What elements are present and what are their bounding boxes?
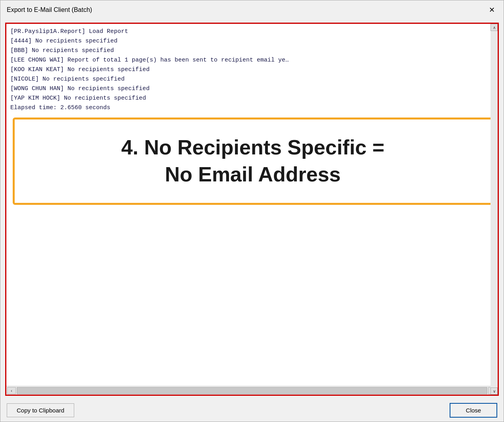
dialog-footer: Copy to Clipboard Close [0, 399, 504, 422]
annotation-box: 4. No Recipients Specific = No Email Add… [13, 118, 493, 205]
dialog-window: Export to E-Mail Client (Batch) ✕ [PR.Pa… [0, 0, 504, 422]
log-line: [4444] No recipients specified [10, 37, 495, 46]
log-line: [BBB] No recipients specified [10, 46, 495, 56]
annotation-text: 4. No Recipients Specific = No Email Add… [121, 134, 384, 188]
scroll-up-button[interactable]: ∧ [491, 24, 498, 31]
scroll-v-track[interactable] [491, 31, 498, 386]
log-line: Elapsed time: 2.6560 seconds [10, 103, 495, 113]
scroll-left-button[interactable]: ‹ [7, 387, 16, 394]
window-close-button[interactable]: ✕ [486, 4, 497, 15]
log-line: [WONG CHUN HAN] No recipients specified [10, 84, 495, 94]
log-line: [PR.Payslip1A.Report] Load Report [10, 27, 495, 37]
content-scroll-area: [PR.Payslip1A.Report] Load Report[4444] … [5, 23, 499, 396]
log-line: [KOO KIAN KEAT] No recipients specified [10, 65, 495, 75]
log-line: [LEE CHONG WAI] Report of total 1 page(s… [10, 56, 495, 65]
log-lines: [PR.Payslip1A.Report] Load Report[4444] … [10, 27, 495, 113]
close-button[interactable]: Close [450, 403, 497, 418]
dialog-title: Export to E-Mail Client (Batch) [7, 6, 92, 13]
scroll-h-track[interactable] [17, 387, 487, 394]
title-bar: Export to E-Mail Client (Batch) ✕ [0, 0, 504, 19]
horizontal-scrollbar: ‹ › [6, 386, 498, 395]
vertical-scrollbar: ∧ ∨ [491, 24, 498, 386]
copy-to-clipboard-button[interactable]: Copy to Clipboard [7, 403, 74, 417]
dialog-body: [PR.Payslip1A.Report] Load Report[4444] … [0, 19, 504, 399]
log-line: [YAP KIM HOCK] No recipients specified [10, 94, 495, 103]
log-line: [NICOLE] No recipients specified [10, 75, 495, 84]
content-inner: [PR.Payslip1A.Report] Load Report[4444] … [6, 24, 498, 386]
